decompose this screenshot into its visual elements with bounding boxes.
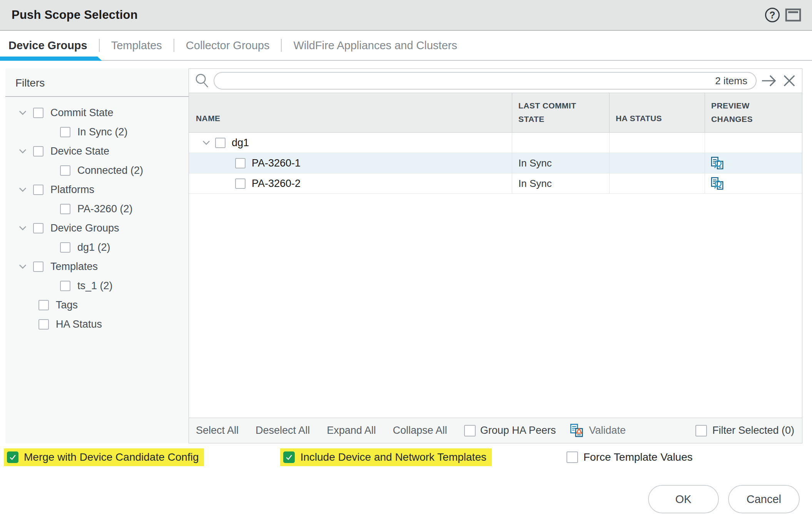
- window-icon[interactable]: [785, 8, 801, 22]
- checkbox[interactable]: [60, 204, 70, 214]
- filter-label: Platforms: [50, 184, 94, 196]
- filter-label: Device Groups: [50, 222, 119, 234]
- checkbox[interactable]: [38, 319, 49, 330]
- help-icon[interactable]: ?: [765, 8, 780, 22]
- search-bar: 2 items: [189, 69, 802, 93]
- tab-templates[interactable]: Templates: [111, 39, 162, 52]
- expand-all-button[interactable]: Expand All: [327, 425, 376, 436]
- checkbox[interactable]: [33, 146, 43, 157]
- table-toolbar: Select All Deselect All Expand All Colla…: [189, 418, 802, 443]
- checkbox[interactable]: [38, 300, 49, 310]
- checkbox[interactable]: [33, 223, 43, 233]
- checkbox[interactable]: [60, 242, 70, 253]
- filter-label: Tags: [56, 299, 78, 311]
- filter-group-tags[interactable]: Tags: [5, 295, 189, 315]
- cell-ha-status: [609, 153, 705, 173]
- collapse-all-button[interactable]: Collapse All: [393, 425, 447, 436]
- tab-bar: Device Groups Templates Collector Groups…: [0, 31, 812, 61]
- search-input[interactable]: [223, 73, 715, 88]
- dialog-actions: OK Cancel: [0, 485, 812, 513]
- table-body: dg1 PA-3260-1 In Sync: [189, 133, 802, 194]
- filter-selected-checkbox[interactable]: Filter Selected (0): [695, 425, 794, 436]
- validate-icon: [570, 423, 584, 438]
- filter-group-ha-status[interactable]: HA Status: [5, 315, 189, 334]
- checked-checkbox[interactable]: [283, 451, 295, 463]
- checkbox[interactable]: [566, 451, 578, 463]
- device-table-panel: 2 items NAME LAST COMMIT STATE HA STATUS…: [189, 68, 802, 443]
- deselect-all-button[interactable]: Deselect All: [256, 425, 310, 436]
- table-row-pa-3260-2[interactable]: PA-3260-2 In Sync: [189, 173, 802, 194]
- filter-item-dg1[interactable]: dg1 (2): [5, 238, 189, 257]
- chevron-down-icon[interactable]: [18, 185, 28, 195]
- checkbox[interactable]: [464, 425, 476, 436]
- tab-separator: [174, 39, 174, 52]
- preview-changes-icon[interactable]: [710, 177, 724, 190]
- cell-last-commit-state: In Sync: [512, 173, 609, 193]
- checkbox[interactable]: [33, 108, 43, 118]
- column-header-name[interactable]: NAME: [189, 93, 512, 132]
- checkbox[interactable]: [60, 165, 70, 176]
- cell-ha-status: [609, 173, 705, 193]
- tab-separator: [281, 39, 282, 52]
- filter-item-pa-3260[interactable]: PA-3260 (2): [5, 199, 189, 218]
- checkbox[interactable]: [215, 138, 226, 148]
- filter-group-templates[interactable]: Templates: [5, 257, 189, 276]
- apply-filter-arrow-icon[interactable]: [760, 73, 778, 88]
- tab-collector-groups[interactable]: Collector Groups: [186, 39, 270, 52]
- items-count: 2 items: [715, 75, 747, 87]
- validate-button[interactable]: Validate: [570, 423, 626, 438]
- checkbox[interactable]: [695, 425, 707, 436]
- cell-last-commit-state: [512, 133, 609, 153]
- table-header: NAME LAST COMMIT STATE HA STATUS PREVIEW…: [189, 93, 802, 133]
- select-all-button[interactable]: Select All: [196, 425, 239, 436]
- checkbox[interactable]: [33, 262, 43, 272]
- column-header-ha-status[interactable]: HA STATUS: [609, 93, 705, 132]
- table-empty-area: [189, 194, 802, 418]
- filter-group-platforms[interactable]: Platforms: [5, 180, 189, 199]
- chevron-down-icon[interactable]: [18, 146, 28, 156]
- filter-item-ts-1[interactable]: ts_1 (2): [5, 276, 189, 295]
- filter-item-connected[interactable]: Connected (2): [5, 161, 189, 180]
- checkbox[interactable]: [33, 185, 43, 195]
- filter-label: Commit State: [50, 107, 114, 119]
- filter-group-device-state[interactable]: Device State: [5, 142, 189, 161]
- table-row-pa-3260-1[interactable]: PA-3260-1 In Sync: [189, 153, 802, 173]
- clear-filter-x-icon[interactable]: [782, 73, 797, 88]
- cancel-button[interactable]: Cancel: [728, 485, 800, 513]
- filters-sidebar: Filters Commit State In Sync (2) Device …: [5, 68, 189, 443]
- checkbox[interactable]: [60, 127, 70, 137]
- filter-label: dg1 (2): [77, 242, 110, 253]
- table-row-dg1[interactable]: dg1: [189, 133, 802, 153]
- cell-preview-changes: [705, 133, 802, 153]
- tab-device-groups[interactable]: Device Groups: [8, 39, 87, 52]
- include-device-and-network-templates-checkbox[interactable]: Include Device and Network Templates: [280, 448, 492, 466]
- checkbox[interactable]: [235, 158, 246, 168]
- force-template-values-checkbox[interactable]: Force Template Values: [563, 448, 698, 466]
- filter-group-commit-state[interactable]: Commit State: [5, 103, 189, 122]
- dialog-titlebar: Push Scope Selection ?: [0, 0, 812, 31]
- cell-preview-changes: [705, 173, 802, 193]
- chevron-down-icon[interactable]: [18, 262, 28, 271]
- merge-with-device-candidate-config-checkbox[interactable]: Merge with Device Candidate Config: [4, 448, 204, 466]
- column-header-last-commit-state[interactable]: LAST COMMIT STATE: [512, 93, 609, 132]
- filter-item-in-sync[interactable]: In Sync (2): [5, 122, 189, 142]
- filter-label: In Sync (2): [77, 126, 128, 138]
- chevron-down-icon[interactable]: [18, 108, 28, 118]
- ok-button[interactable]: OK: [648, 485, 719, 513]
- push-options-row: Merge with Device Candidate Config Inclu…: [0, 446, 812, 468]
- filter-label: PA-3260 (2): [77, 203, 133, 215]
- checkbox[interactable]: [60, 281, 70, 291]
- checkbox[interactable]: [235, 178, 246, 189]
- preview-changes-icon[interactable]: [710, 156, 724, 170]
- chevron-down-icon[interactable]: [18, 223, 28, 233]
- tab-wildfire-appliances[interactable]: WildFire Appliances and Clusters: [293, 39, 457, 52]
- filters-title: Filters: [5, 68, 189, 97]
- column-header-preview-changes[interactable]: PREVIEW CHANGES: [705, 93, 802, 132]
- filter-group-device-groups[interactable]: Device Groups: [5, 218, 189, 238]
- chevron-down-icon[interactable]: [201, 138, 211, 148]
- row-name: PA-3260-2: [252, 178, 301, 190]
- cell-last-commit-state: In Sync: [512, 153, 609, 173]
- checked-checkbox[interactable]: [7, 451, 18, 463]
- cell-preview-changes: [705, 153, 802, 173]
- group-ha-peers-checkbox[interactable]: Group HA Peers: [464, 425, 556, 436]
